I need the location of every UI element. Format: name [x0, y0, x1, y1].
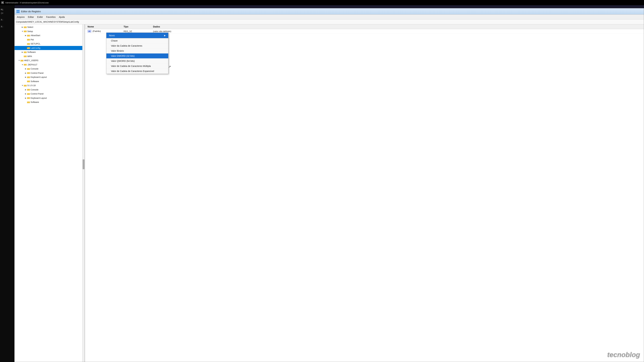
svg-rect-8: [17, 10, 18, 11]
tree-item-keyboardlayout-s118[interactable]: ▶ Keyboard Layout: [14, 96, 84, 100]
tree-item-software-default[interactable]: ▶ Software: [14, 79, 84, 83]
padrao-type-icon: ab: [88, 30, 91, 32]
tree-item-controlpanel-default[interactable]: ▶ Control Panel: [14, 71, 84, 75]
expand-allowstart[interactable]: ▶: [24, 34, 27, 37]
expand-console-default[interactable]: ▶: [24, 67, 27, 70]
expand-controlpanel-s118[interactable]: ▶: [24, 92, 27, 95]
tree-item-select[interactable]: ▶ Select: [14, 25, 84, 29]
folder-icon-keyboardlayout-s118: [27, 97, 30, 99]
tree-item-pid[interactable]: ▶ Pid: [14, 38, 84, 42]
folder-icon-keyboardlayout-default: [27, 76, 30, 78]
svg-rect-26: [27, 43, 30, 45]
label-labconfig: LabConfig: [30, 46, 40, 50]
expand-s-1-5-18[interactable]: ▼: [21, 84, 24, 87]
tree-item-hkey-users[interactable]: ▼ HKEY_USERS: [14, 58, 84, 63]
label-controlpanel-default: Control Panel: [30, 71, 44, 75]
tree-item-s-1-5-18[interactable]: ▼ S-1-5-18: [14, 83, 84, 88]
cmd-background: Mi (c X: X:: [0, 0, 15, 362]
cmd-titlebar: Administrador: X:\windows\system32\cmd.e…: [0, 0, 644, 5]
svg-rect-47: [27, 73, 30, 74]
novo-button[interactable]: Novo ▶: [106, 33, 168, 38]
svg-rect-56: [24, 85, 27, 86]
menu-exibir[interactable]: Exibir: [36, 15, 44, 19]
label-setup: Setup: [27, 30, 33, 33]
header-tipo: Tipo: [121, 25, 150, 28]
tree-item-wpa[interactable]: ▶ WPA: [14, 54, 84, 58]
tree-item-setup[interactable]: ▼ Setup: [14, 29, 84, 33]
menu-item-cadeia-multipla[interactable]: Valor de Cadeia de Caracteres Múltipla: [106, 64, 168, 69]
header-dados: Dados: [150, 25, 644, 28]
tree-item-controlpanel-s118[interactable]: ▶ Control Panel: [14, 92, 84, 96]
folder-icon-default: [24, 63, 27, 66]
tree-item-software-setup[interactable]: ▶ Software: [14, 50, 84, 54]
folder-icon-hkey-users: [20, 59, 24, 62]
cmd-text: Mi (c X: X:: [1, 8, 14, 29]
menu-item-chave[interactable]: Chave: [106, 38, 168, 43]
folder-icon-allowstart: [27, 34, 30, 37]
label-keyboardlayout-default: Keyboard Layout: [30, 75, 47, 79]
folder-icon-software-s118: [27, 101, 30, 103]
folder-icon-controlpanel-s118: [27, 93, 30, 95]
expand-select[interactable]: ▶: [21, 26, 24, 28]
label-console-s118: Console: [30, 88, 38, 91]
expand-setup[interactable]: ▼: [21, 30, 24, 32]
table-row-padrao[interactable]: ab (Padrão) REG_SZ (valor não definido): [85, 29, 644, 33]
table-header: Nome Tipo Dados: [85, 24, 644, 29]
menu-item-cadeia[interactable]: Valor da Cadeia de Caracteres: [106, 43, 168, 48]
address-bar: Computador\HKEY_LOCAL_MACHINE\SYSTEM\Set…: [14, 19, 644, 24]
mouse-cursor: ↗: [168, 65, 171, 68]
folder-icon-console-default: [27, 68, 30, 70]
label-s-1-5-18: S-1-5-18: [27, 84, 36, 87]
cell-nome-padrao: ab (Padrão): [85, 30, 121, 32]
label-software-s118: Software: [30, 100, 39, 104]
menu-item-binario[interactable]: Valor Binário: [106, 48, 168, 53]
tree-item-labconfig[interactable]: ▶ LabConfig: [14, 46, 84, 50]
address-text: Computador\HKEY_LOCAL_MACHINE\SYSTEM\Set…: [16, 20, 79, 23]
context-menu[interactable]: Novo ▶ Chave Valor da Cadeia de Caracter…: [106, 32, 168, 74]
tree-item-console-s118[interactable]: ▶ Console: [14, 88, 84, 92]
cell-tipo-padrao: REG_SZ: [121, 30, 150, 32]
tree-item-keyboardlayout-default[interactable]: ▶ Keyboard Layout: [14, 75, 84, 79]
expand-default[interactable]: ▼: [21, 63, 24, 66]
label-keyboardlayout-s118: Keyboard Layout: [30, 96, 47, 100]
expand-software-setup[interactable]: ▶: [21, 51, 24, 53]
svg-rect-10: [17, 12, 18, 13]
menu-arquivo[interactable]: Arquivo: [15, 15, 26, 19]
tree-item-default[interactable]: ▼ .DEFAULT: [14, 63, 84, 67]
expand-controlpanel-default[interactable]: ▶: [24, 72, 27, 74]
folder-icon-software-setup: [24, 51, 27, 53]
menu-item-cadeia-expansivel[interactable]: Valor de Cadeia de Caracteres Expansível: [106, 69, 168, 74]
cmd-icon: [1, 1, 4, 4]
svg-rect-20: [27, 35, 30, 36]
expand-console-s118[interactable]: ▶: [24, 88, 27, 91]
svg-rect-29: [27, 47, 30, 49]
menu-item-qword[interactable]: Valor QWORD (64 bits): [106, 58, 168, 64]
svg-rect-53: [27, 81, 30, 82]
tree-scrollbar[interactable]: [82, 24, 84, 362]
tree-item-software-s118[interactable]: ▶ Software: [14, 100, 84, 104]
registry-editor-window: Editor do Registro Arquivo Editar Exibir…: [14, 8, 644, 362]
expand-hkey-users[interactable]: ▼: [18, 59, 20, 62]
label-allowstart: AllowStart: [30, 34, 40, 37]
menu-favoritos[interactable]: Favoritos: [44, 15, 57, 19]
label-setupcl: SETUPCL: [30, 42, 40, 45]
svg-rect-23: [27, 39, 30, 40]
svg-rect-32: [24, 52, 27, 53]
tree-item-allowstart[interactable]: ▶ AllowStart: [14, 33, 84, 38]
folder-icon-select: [24, 26, 27, 28]
menu-editar[interactable]: Editar: [26, 15, 36, 19]
tree-item-console-default[interactable]: ▶ Console: [14, 67, 84, 71]
expand-keyboardlayout-default[interactable]: ▶: [24, 76, 27, 78]
main-content: ▶ Select ▼ Setup ▶: [14, 24, 644, 362]
tree-panel[interactable]: ▶ Select ▼ Setup ▶: [14, 24, 85, 362]
folder-icon-controlpanel-default: [27, 72, 30, 74]
expand-keyboardlayout-s118[interactable]: ▶: [24, 97, 27, 99]
svg-rect-68: [27, 102, 30, 103]
registry-titlebar: Editor do Registro: [14, 8, 644, 14]
menu-bar: Arquivo Editar Exibir Favoritos Ajuda: [14, 14, 644, 19]
menu-ajuda[interactable]: Ajuda: [57, 15, 66, 19]
tree-scrollbar-thumb[interactable]: [83, 159, 84, 169]
tree-item-setupcl[interactable]: ▶ SETUPCL: [14, 42, 84, 46]
folder-icon-wpa: [24, 55, 27, 57]
menu-item-dword[interactable]: Valor DWORD (32 bits): [106, 53, 168, 58]
